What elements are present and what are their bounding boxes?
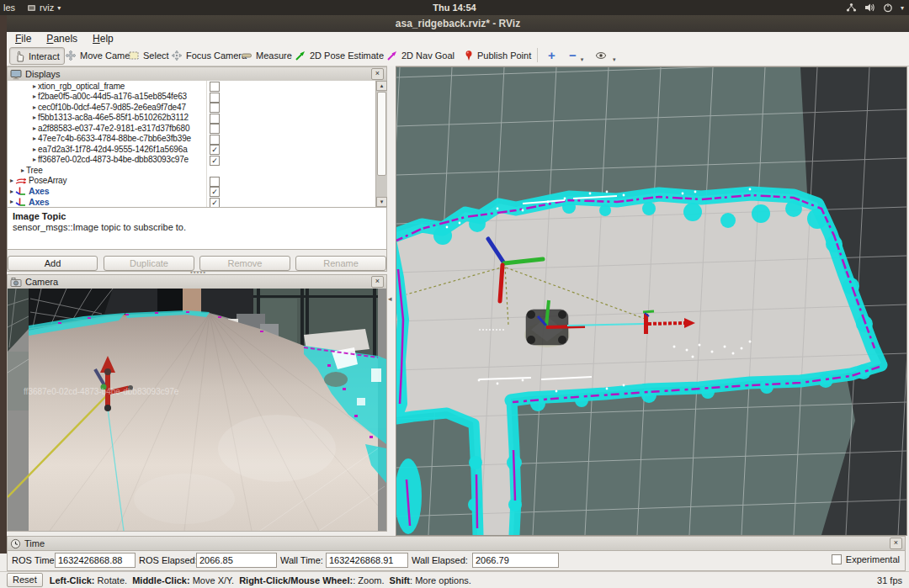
tree-item-frame[interactable]: ▸ ea7d2a3f-1f78-42d4-9555-1426f1a5696a <box>8 144 386 155</box>
tree-scrollbar[interactable]: ▴ ▾ <box>375 81 387 207</box>
tree-item-axes[interactable]: ▸ Axes <box>8 197 386 208</box>
wall-elapsed-label: Wall Elapsed: <box>412 555 468 565</box>
zoom-out-button[interactable]: − ▾ <box>565 47 587 63</box>
checkbox-unchecked[interactable] <box>832 554 842 564</box>
mouse-hints: Left-Click: Rotate. Middle-Click: Move X… <box>50 575 471 585</box>
fps-counter: 31 fps <box>877 575 902 585</box>
scroll-up-icon[interactable]: ▴ <box>376 81 387 91</box>
expand-arrow-icon[interactable]: ▸ <box>31 124 38 132</box>
close-icon[interactable]: × <box>371 68 384 80</box>
desktop-clock[interactable]: Thu 14:54 <box>0 3 909 13</box>
checkbox-checked[interactable] <box>210 187 220 197</box>
tool-select[interactable]: Select <box>124 47 173 63</box>
checkbox-unchecked[interactable] <box>210 82 220 92</box>
tree-item-tree[interactable]: ▸ Tree <box>8 165 386 176</box>
panel-splitter[interactable]: ◂ <box>387 66 396 535</box>
camera-panel-header[interactable]: Camera × <box>8 275 386 289</box>
visibility-button[interactable]: ▾ <box>591 47 620 63</box>
expand-arrow-icon[interactable]: ▸ <box>31 156 38 163</box>
displays-panel-title: Displays <box>25 69 368 79</box>
window-title: asa_ridgeback.rviz* - RViz <box>396 18 520 29</box>
3d-viewport[interactable] <box>396 66 907 536</box>
duplicate-button[interactable]: Duplicate <box>104 256 194 271</box>
rename-button[interactable]: Rename <box>295 256 386 271</box>
tool-2d-pose-estimate[interactable]: 2D Pose Estimate <box>290 47 388 63</box>
checkbox-checked[interactable] <box>210 198 220 208</box>
tree-item-posearray[interactable]: ▸ PoseArray <box>8 176 386 187</box>
plus-icon: + <box>548 48 556 62</box>
interact-hand-icon <box>14 50 25 62</box>
wall-time-input[interactable] <box>326 553 408 568</box>
checkbox-unchecked[interactable] <box>210 135 220 145</box>
checkbox-unchecked[interactable] <box>210 93 220 103</box>
ros-time-input[interactable] <box>55 553 136 568</box>
tree-item-frame[interactable]: ▸ f2bae0f5-a00c-44d5-a176-a15eb854fe63 <box>8 92 386 103</box>
menu-help[interactable]: Help <box>93 33 114 45</box>
checkbox-unchecked[interactable] <box>210 114 220 124</box>
tree-item-frame[interactable]: ▸ a2f88583-e037-47e2-9181-e317d37fb680 <box>8 123 386 134</box>
tree-item-axes[interactable]: ▸ Axes <box>8 186 386 197</box>
expand-arrow-icon[interactable]: ▸ <box>8 177 15 184</box>
checkbox-unchecked[interactable] <box>210 177 220 187</box>
expand-arrow-icon[interactable]: ▸ <box>19 167 26 174</box>
zoom-in-button[interactable]: + <box>544 47 560 63</box>
window-titlebar[interactable]: asa_ridgeback.rviz* - RViz <box>7 15 909 33</box>
power-icon <box>883 3 893 13</box>
toolbar-separator <box>537 48 538 62</box>
experimental-toggle[interactable]: Experimental <box>832 554 900 564</box>
tree-item-frame[interactable]: ▸ ff3687e0-02cd-4873-b4be-dbb83093c97e <box>8 155 386 166</box>
remove-button[interactable]: Remove <box>199 256 290 271</box>
ros-elapsed-input[interactable] <box>196 553 277 568</box>
wall-elapsed-input[interactable] <box>472 553 559 568</box>
scroll-down-icon[interactable]: ▾ <box>376 197 387 207</box>
tree-item-frame[interactable]: ▸ cec0f10b-0dcf-4e57-9d85-2e6ea9f7de47 <box>8 102 386 113</box>
time-panel-header[interactable]: Time × <box>8 537 905 551</box>
focus-camera-icon <box>171 50 183 61</box>
system-tray[interactable]: ▾ <box>846 0 904 15</box>
panel-resize-grip[interactable]: ••••• <box>190 271 204 273</box>
eye-icon <box>595 50 609 61</box>
menu-file[interactable]: File <box>15 33 31 45</box>
displays-tree: ▸ xtion_rgb_optical_frame ▸ f2bae0f5-a00… <box>8 81 386 208</box>
close-icon[interactable]: × <box>890 538 902 549</box>
collapse-arrow-icon[interactable]: ◂ <box>388 294 392 303</box>
tree-item-frame[interactable]: ▸ 47ee7c4b-6633-4784-88be-c7bb6e3fb39e <box>8 134 386 145</box>
expand-arrow-icon[interactable]: ▸ <box>8 188 15 195</box>
help-title: Image Topic <box>13 211 381 221</box>
checkbox-checked[interactable] <box>210 156 220 166</box>
add-button[interactable]: Add <box>8 256 98 271</box>
expand-arrow-icon[interactable]: ▸ <box>31 114 38 121</box>
publish-point-pin-icon <box>464 50 474 61</box>
axes-icon <box>15 197 26 207</box>
tree-item-frame[interactable]: ▸ f5bb1313-ac8a-46e5-85f1-b510262b3112 <box>8 113 386 124</box>
checkbox-unchecked[interactable] <box>210 124 220 134</box>
tool-2d-nav-goal[interactable]: 2D Nav Goal <box>382 47 459 63</box>
volume-icon <box>864 3 875 13</box>
menu-panels[interactable]: Panels <box>46 33 77 45</box>
expand-arrow-icon[interactable]: ▸ <box>31 103 38 111</box>
expand-arrow-icon[interactable]: ▸ <box>31 82 38 90</box>
frame-overlay-label: ff3687e0-02cd-4873-b4be-dbb83093c97e <box>24 387 179 396</box>
tool-interact[interactable]: Interact <box>9 47 65 65</box>
scrollbar-thumb[interactable] <box>377 92 386 176</box>
expand-arrow-icon[interactable]: ▸ <box>31 93 38 100</box>
tree-item-frame[interactable]: ▸ xtion_rgb_optical_frame <box>8 81 386 92</box>
reset-button[interactable]: Reset <box>7 573 43 587</box>
expand-arrow-icon[interactable]: ▸ <box>31 146 38 153</box>
expand-arrow-icon[interactable]: ▸ <box>8 198 15 205</box>
camera-viewport[interactable]: ff3687e0-02cd-4873-b4be-dbb83093c97e <box>8 289 386 531</box>
screen: les rviz ▾ Thu 14:54 ▾ <box>0 0 909 588</box>
tool-measure[interactable]: Measure <box>237 47 296 63</box>
checkbox-checked[interactable] <box>210 145 220 155</box>
displays-panel-header[interactable]: Displays × <box>8 67 386 82</box>
move-camera-icon <box>65 50 77 61</box>
nav-goal-arrow-icon <box>386 50 398 61</box>
close-icon[interactable]: × <box>371 276 384 288</box>
axes-icon <box>15 186 26 196</box>
expand-arrow-icon[interactable]: ▸ <box>31 135 38 142</box>
camera-panel: Camera × <box>7 274 387 532</box>
checkbox-unchecked[interactable] <box>210 103 220 113</box>
tool-publish-point[interactable]: Publish Point <box>460 47 535 63</box>
network-icon <box>846 3 857 13</box>
desktop-edge-strip <box>0 15 7 554</box>
